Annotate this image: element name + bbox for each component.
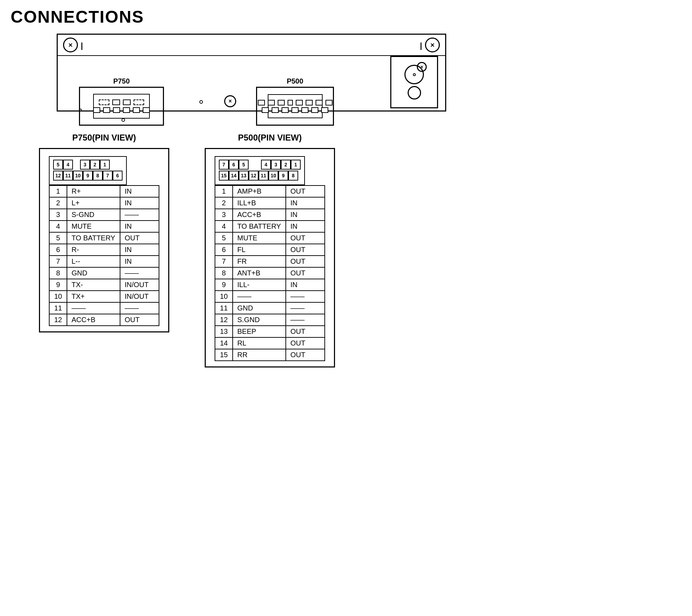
table-row: 12 ACC+B OUT <box>49 314 159 326</box>
page-title: CONNECTIONS <box>11 7 681 27</box>
device-diagram: × | | × P750 <box>57 34 446 112</box>
table-row: 4 TO BATTERY IN <box>215 221 325 232</box>
table-row: 6 FL OUT <box>215 244 325 256</box>
p750-top-pins <box>99 99 144 105</box>
p500-top-pins <box>258 100 333 105</box>
p750-inner <box>93 94 150 119</box>
table-row: 6 R- IN <box>49 244 159 256</box>
table-row: 12 S.GND —— <box>215 314 325 326</box>
p750-table: 1 R+ IN 2 L+ IN 3 S-GND —— 4 MUTE IN 5 T… <box>49 185 159 326</box>
table-row: 8 ANT+B OUT <box>215 267 325 279</box>
center-dot <box>199 100 203 104</box>
right-connector-block: × <box>390 56 438 108</box>
table-row: 5 TO BATTERY OUT <box>49 232 159 244</box>
p750-pin-view-container: P750(PIN VIEW) 5 4 3 2 1 12 11 10 9 <box>39 133 169 367</box>
connector-p750-diagram: P750 <box>79 77 164 126</box>
round-connector-2 <box>408 86 421 99</box>
connector-p500-diagram: P500 <box>256 77 334 126</box>
p750-pin-view-box: 5 4 3 2 1 12 11 10 9 8 7 6 <box>39 148 169 332</box>
corner-dot <box>79 109 82 112</box>
p750-diagram-label: P750 <box>79 77 164 85</box>
table-row: 1 AMP+B OUT <box>215 186 325 197</box>
table-row: 13 BEEP OUT <box>215 326 325 337</box>
p500-table: 1 AMP+B OUT 2 ILL+B IN 3 ACC+B IN 4 TO B… <box>215 185 325 361</box>
table-row: 9 TX- IN/OUT <box>49 279 159 291</box>
pin-tables-section: P750(PIN VIEW) 5 4 3 2 1 12 11 10 9 <box>39 133 681 367</box>
table-row: 9 ILL- IN <box>215 279 325 291</box>
p500-bottom-pins <box>262 107 328 113</box>
bracket-left: | <box>81 41 83 50</box>
table-row: 1 R+ IN <box>49 186 159 197</box>
table-row: 11 GND —— <box>215 302 325 314</box>
table-row: 10 —— —— <box>215 291 325 302</box>
table-row: 7 L-- IN <box>49 256 159 267</box>
center-x-circle: × <box>224 95 236 107</box>
x-circle-right-top: × <box>417 62 427 72</box>
table-row: 4 MUTE IN <box>49 221 159 232</box>
table-row: 5 MUTE OUT <box>215 232 325 244</box>
x-circle-left: × <box>63 38 78 52</box>
table-row: 15 RR OUT <box>215 349 325 361</box>
x-circle-right: × <box>425 38 440 52</box>
p500-pin-diagram: 7 6 5 4 3 2 1 15 14 13 12 11 10 <box>215 156 305 185</box>
p500-pin-view-title: P500(PIN VIEW) <box>238 133 302 143</box>
p750-box <box>79 87 164 126</box>
p500-pin-view-box: 7 6 5 4 3 2 1 15 14 13 12 11 10 <box>205 148 335 367</box>
p750-pin-view-title: P750(PIN VIEW) <box>72 133 136 143</box>
table-row: 11 —— —— <box>49 302 159 314</box>
table-row: 8 GND —— <box>49 267 159 279</box>
p500-inner <box>268 94 323 118</box>
table-row: 3 ACC+B IN <box>215 209 325 221</box>
p750-pin-diagram: 5 4 3 2 1 12 11 10 9 8 7 6 <box>49 156 127 185</box>
p500-box <box>256 87 334 126</box>
bracket-right: | <box>420 41 422 50</box>
table-row: 3 S-GND —— <box>49 209 159 221</box>
device-top-strip: × | | × <box>58 35 445 56</box>
p750-bottom-pins <box>93 107 150 113</box>
device-body: P750 <box>58 56 445 114</box>
table-row: 10 TX+ IN/OUT <box>49 291 159 302</box>
p500-pin-view-container: P500(PIN VIEW) 7 6 5 4 3 2 1 15 14 <box>205 133 335 367</box>
p500-diagram-label: P500 <box>256 77 334 85</box>
table-row: 2 ILL+B IN <box>215 197 325 209</box>
table-row: 7 FR OUT <box>215 256 325 267</box>
table-row: 2 L+ IN <box>49 197 159 209</box>
table-row: 14 RL OUT <box>215 337 325 349</box>
